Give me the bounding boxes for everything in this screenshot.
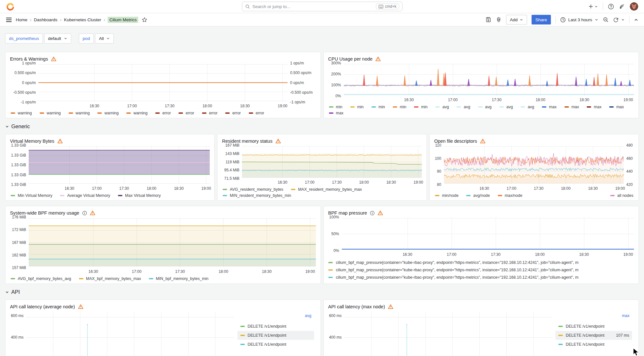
plot-area[interactable] (242, 145, 422, 178)
variable-select-pod[interactable]: All (95, 34, 114, 43)
legend-item[interactable]: MAX_resident_memory_bytes_max (291, 187, 362, 192)
panel-title[interactable]: API call latency (average node) (10, 304, 75, 309)
variable-select-datasource[interactable]: default (44, 34, 71, 43)
legend-item[interactable]: DELETE /v1/endpoint (237, 340, 314, 349)
plot-area[interactable] (344, 63, 634, 96)
legend-item[interactable]: min/node (435, 193, 458, 198)
legend-item[interactable]: cilium_bpf_map_pressure{container="kube-… (328, 266, 634, 274)
new-button[interactable] (588, 4, 598, 9)
avatar[interactable] (630, 2, 638, 11)
y-axis-label: 600 ms (11, 313, 24, 318)
plot-area[interactable] (29, 145, 210, 185)
plot-area[interactable] (344, 311, 553, 356)
panel-title[interactable]: API call latency (max node) (328, 304, 385, 309)
legend-item[interactable]: error (178, 111, 194, 115)
legend-item[interactable]: avg (521, 105, 534, 109)
variable-label-pod[interactable]: pod (79, 34, 94, 43)
breadcrumb-home[interactable]: Home (16, 17, 27, 22)
legend-item[interactable]: max (564, 105, 579, 109)
legend-item[interactable]: Max Virtual Memory (118, 193, 161, 198)
legend-item[interactable]: error (202, 111, 217, 115)
legend-item[interactable]: MAX_bpf_memory_bytes_max (79, 276, 141, 281)
legend-item[interactable]: error (155, 111, 171, 115)
legend-calc-header[interactable]: avg (237, 313, 314, 322)
legend-item[interactable]: cilium_bpf_map_pressure{container="kube-… (328, 274, 634, 281)
y-axis-label: 480 (626, 143, 633, 148)
legend-item[interactable]: AVG_bpf_memory_bytes_avg (11, 276, 71, 281)
plot-area[interactable] (444, 145, 624, 185)
legend-item[interactable]: warning (97, 111, 119, 115)
legend-item[interactable]: warning (40, 111, 61, 115)
legend-item[interactable]: max/node (498, 193, 523, 198)
grafana-logo[interactable] (6, 2, 14, 11)
zoom-out-button[interactable] (603, 17, 609, 23)
warning-icon[interactable] (375, 56, 381, 62)
legend-item[interactable]: MIN_bpf_memory_bytes_min (149, 276, 208, 281)
warning-icon[interactable] (378, 210, 383, 216)
legend-item[interactable]: Average Virtual Memory (60, 193, 110, 198)
share-button[interactable]: Share (532, 15, 551, 24)
legend-item[interactable]: min (350, 105, 364, 109)
warning-icon[interactable] (51, 56, 56, 62)
legend-item[interactable]: error (225, 111, 241, 115)
legend-item[interactable]: cilium_bpf_map_pressure{container="kube-… (328, 259, 634, 266)
warning-icon[interactable] (388, 304, 393, 309)
legend-item[interactable]: all nodes (610, 193, 633, 198)
legend-item[interactable]: max (609, 105, 624, 109)
warning-icon[interactable] (275, 139, 281, 144)
legend-item[interactable]: Min Virtual Memory (11, 193, 52, 198)
plot-area[interactable] (29, 217, 316, 268)
legend-item[interactable]: min (329, 105, 342, 109)
legend-calc-header[interactable]: max (555, 313, 632, 322)
refresh-button[interactable] (613, 17, 625, 23)
breadcrumb-dashboards[interactable]: Dashboards (34, 17, 57, 22)
legend-item[interactable]: avg (478, 105, 492, 109)
legend-item[interactable]: DELETE /v1/endpoint (555, 322, 632, 331)
info-icon[interactable] (370, 211, 375, 216)
legend-item[interactable]: AVG_resident_memory_bytes (223, 187, 283, 192)
save-button[interactable] (485, 17, 491, 23)
warning-icon[interactable] (78, 304, 83, 309)
legend-item[interactable]: DELETE /v1/endpoint (237, 331, 314, 340)
menu-toggle-button[interactable] (6, 17, 12, 22)
legend-item[interactable]: min (371, 105, 385, 109)
legend-item[interactable]: DELETE /v1/endpoint107 ms (555, 331, 632, 340)
legend-item[interactable]: min (393, 105, 406, 109)
plot-area[interactable] (342, 217, 634, 251)
time-range-picker[interactable]: Last 3 hours (560, 17, 598, 23)
section-api[interactable]: API (5, 289, 639, 295)
legend-item[interactable]: warning (11, 111, 32, 115)
legend-item[interactable]: DELETE /v1/endpoint (555, 340, 632, 349)
legend-label: error (256, 111, 264, 115)
legend-item[interactable]: max (542, 105, 557, 109)
breadcrumb-current[interactable]: Cilium Metrics (108, 17, 138, 23)
legend-item[interactable]: max (329, 111, 344, 115)
warning-icon[interactable] (57, 139, 63, 144)
legend-item[interactable]: avg (499, 105, 513, 109)
legend-item[interactable]: DELETE /v1/endpoint (237, 322, 314, 331)
legend-item[interactable]: MIN_resident_memory_bytes_min (223, 193, 291, 198)
help-button[interactable] (608, 4, 614, 10)
legend-item[interactable]: avg (435, 105, 449, 109)
legend-item[interactable]: warning (126, 111, 148, 115)
info-icon[interactable] (82, 211, 87, 216)
legend-item[interactable]: avg/node (466, 193, 490, 198)
breadcrumb-folder[interactable]: Kubernetes Cluster (64, 17, 101, 22)
news-icon[interactable] (619, 4, 625, 10)
section-generic[interactable]: Generic (5, 123, 639, 130)
warning-icon[interactable] (480, 139, 485, 144)
legend-item[interactable]: avg (457, 105, 470, 109)
add-button[interactable]: Add (506, 15, 527, 24)
variable-label-datasource[interactable]: ds_prometheus (5, 34, 43, 43)
plot-area[interactable] (38, 63, 288, 102)
plot-area[interactable] (26, 311, 234, 356)
legend-item[interactable]: error (249, 111, 264, 115)
settings-button[interactable] (496, 17, 502, 23)
legend-item[interactable]: max (587, 105, 601, 109)
legend-item[interactable]: min (414, 105, 428, 109)
search-input[interactable]: Search or jump to... cmd+k (242, 2, 402, 11)
warning-icon[interactable] (90, 210, 95, 216)
star-icon[interactable] (142, 17, 147, 23)
chevron-up-button[interactable] (634, 18, 638, 22)
legend-item[interactable]: warning (69, 111, 90, 115)
